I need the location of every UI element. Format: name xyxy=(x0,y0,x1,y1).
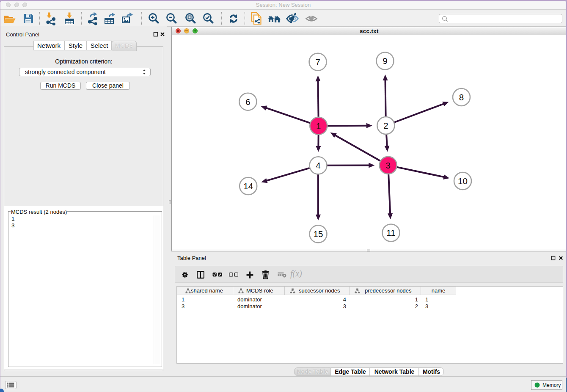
svg-text:2: 2 xyxy=(383,121,388,130)
svg-text:9: 9 xyxy=(383,56,387,66)
svg-text:3: 3 xyxy=(386,160,391,170)
svg-text:1: 1 xyxy=(316,121,321,131)
svg-text:10: 10 xyxy=(458,176,468,186)
svg-text:11: 11 xyxy=(386,228,395,237)
svg-text:7: 7 xyxy=(315,57,320,67)
svg-text:4: 4 xyxy=(316,160,320,170)
svg-text:14: 14 xyxy=(243,181,253,191)
svg-text:6: 6 xyxy=(245,97,250,107)
svg-text:15: 15 xyxy=(314,229,323,239)
svg-text:8: 8 xyxy=(459,92,464,102)
